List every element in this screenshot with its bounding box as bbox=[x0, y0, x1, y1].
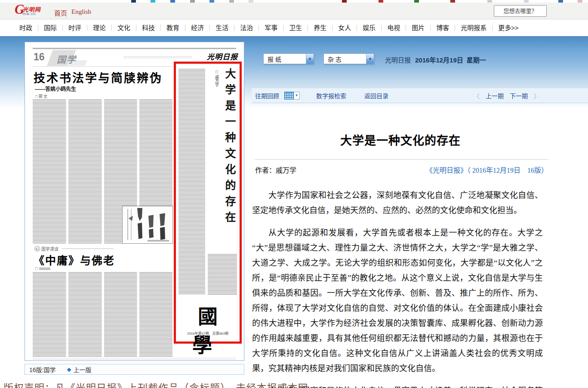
site-header: G 光明网 mw.cn 首页 English 您想去哪里？ bbox=[0, 3, 588, 19]
digital-search-link[interactable]: 数字报检索 bbox=[316, 91, 346, 100]
newspaper-select[interactable]: 报 纸 ▼ bbox=[263, 53, 314, 64]
nav-item-时政[interactable]: 时政 bbox=[14, 25, 38, 31]
diamond-icon: ◆ bbox=[67, 366, 71, 372]
paper-article1-title: 技术书法学与简牍辨伪 bbox=[34, 69, 163, 86]
main-nav: 时政国际时评理论文化科技教育经济生活法治军事卫生养生女人娱乐电视图片博客光明报系… bbox=[0, 19, 588, 36]
paper-top-rule bbox=[33, 48, 236, 49]
nav-item-更多>>[interactable]: 更多>> bbox=[493, 25, 524, 31]
issue-navigation: 〈 上一期 下一期 〉 bbox=[474, 91, 540, 100]
simulated-text-column bbox=[68, 272, 102, 357]
nav-item-经济[interactable]: 经济 bbox=[185, 25, 210, 31]
nav-item-教育[interactable]: 教育 bbox=[161, 25, 185, 31]
nav-item-图片[interactable]: 图片 bbox=[406, 25, 431, 31]
reader-toolbar: 往期回顾 ▼ 数字报检索 返回目录 〈 上一期 下一期 〉 bbox=[252, 88, 588, 103]
nav-item-博客[interactable]: 博客 bbox=[431, 25, 455, 31]
nav-item-法治[interactable]: 法治 bbox=[234, 25, 259, 31]
prev-page-link[interactable]: 上一版 bbox=[73, 365, 91, 374]
newspaper-preview[interactable]: 16 国学 光明日报 技术书法学与简牍辨伪 ——答姚小鸥先生 □ 邢 文 bbox=[25, 42, 244, 361]
site-search-box[interactable]: 您想去哪里？ bbox=[494, 5, 547, 17]
magazine-select-value: 杂 志 bbox=[328, 55, 342, 63]
calendar-picker[interactable]: ▼ bbox=[284, 92, 300, 99]
paper-article1-subtitle: ——答姚小鸥先生 bbox=[35, 85, 76, 92]
article-body: 大学作为国家和社会之公器，深刻地葆有文化自信、广泛地凝聚文化自信、坚定地传承文化… bbox=[252, 188, 543, 388]
pager-label: 16版:国学 bbox=[29, 365, 55, 374]
guoxue-calligraphy: 國學 bbox=[176, 301, 240, 357]
gmw-epaper-page: G 光明网 mw.cn 首页 English 您想去哪里？ 时政国际时评理论文化… bbox=[0, 0, 588, 388]
simulated-text-column bbox=[104, 272, 138, 357]
nav-item-军事[interactable]: 军事 bbox=[259, 25, 283, 31]
next-issue-link[interactable]: 下一期 bbox=[510, 91, 528, 100]
article-source: 《光明日报》（ 2016年12月19日 16版） bbox=[252, 165, 548, 175]
paper-footer-line bbox=[33, 358, 236, 360]
content-area: 16 国学 光明日报 技术书法学与简牍辨伪 ——答姚小鸥先生 □ 邢 文 bbox=[0, 36, 588, 388]
nav-item-理论[interactable]: 理论 bbox=[87, 25, 112, 31]
article-paragraph: 大学将对国家和民族的文化自信，贯穿于人才培养、科学研究、社会服务等职能 bbox=[252, 383, 543, 388]
home-link[interactable]: 首页 bbox=[54, 8, 67, 17]
paper-section-name: 国学 bbox=[57, 53, 77, 65]
simulated-text-column bbox=[208, 254, 237, 295]
chevron-down-icon[interactable]: ▼ bbox=[366, 54, 374, 64]
nav-item-娱乐[interactable]: 娱乐 bbox=[357, 25, 382, 31]
simulated-text-column bbox=[33, 99, 66, 244]
paper-text-columns-b bbox=[33, 272, 172, 357]
article-divider bbox=[255, 159, 548, 160]
simulated-text-column bbox=[139, 272, 172, 357]
paper-page-number: 16 bbox=[34, 51, 45, 63]
byline-name-blur bbox=[39, 267, 50, 270]
highlight-byline: □ 戚万学 bbox=[214, 70, 220, 87]
newspaper-select-value: 报 纸 bbox=[268, 55, 281, 63]
simulated-text-column bbox=[68, 99, 102, 244]
highlighted-article-region[interactable]: □ 戚万学 大学是一种文化的存在 國學 2016年第47期 总第663期 bbox=[174, 62, 242, 344]
paper-article2-title: 《中庸》与佛老 bbox=[34, 252, 115, 267]
back-to-contents-link[interactable]: 返回目录 bbox=[364, 91, 388, 100]
article-paragraph: 从大学的起源和发展看，大学首先或者根本上是一种文化的存在。大学之“大”是思想疆域… bbox=[252, 225, 543, 376]
nav-item-时评[interactable]: 时评 bbox=[63, 25, 87, 31]
column-head-rule bbox=[62, 248, 114, 249]
gmw-logo-sub: mw.cn bbox=[23, 12, 36, 16]
nav-item-生活[interactable]: 生活 bbox=[210, 25, 234, 31]
magazine-select[interactable]: 杂 志 ▼ bbox=[323, 53, 374, 64]
article-title: 大学是一种文化的存在 bbox=[252, 131, 549, 148]
bamboo-slips-drawing bbox=[123, 206, 172, 243]
column-head: G 国学漫谈 bbox=[34, 245, 114, 252]
calendar-icon bbox=[284, 92, 294, 99]
simulated-text-column bbox=[179, 69, 205, 294]
nav-item-国际[interactable]: 国际 bbox=[38, 25, 63, 31]
gmw-logo[interactable]: G 光明网 mw.cn bbox=[15, 5, 53, 18]
simulated-text-column bbox=[33, 272, 66, 357]
calendar-dropdown-icon[interactable]: ▼ bbox=[294, 92, 300, 99]
angle-right-icon: 〉 bbox=[534, 91, 540, 100]
nav-item-电视[interactable]: 电视 bbox=[382, 25, 406, 31]
nav-item-文化[interactable]: 文化 bbox=[112, 25, 136, 31]
paper-article1-byline: □ 邢 文 bbox=[35, 93, 47, 99]
paper-meta-line bbox=[123, 56, 192, 59]
edition-masthead: 光明日报 bbox=[385, 56, 411, 64]
column-head-label: 国学漫谈 bbox=[41, 245, 58, 252]
chevron-down-icon[interactable]: ▼ bbox=[306, 54, 314, 64]
byline-marker: □ bbox=[35, 267, 37, 271]
nav-item-卫生[interactable]: 卫生 bbox=[283, 25, 308, 31]
g-badge-icon: G bbox=[34, 246, 40, 251]
paper-article2-byline: □ bbox=[35, 267, 50, 271]
past-issues-link[interactable]: 往期回顾 bbox=[255, 91, 279, 100]
edition-weekday: 星期一 bbox=[467, 56, 486, 64]
edition-date-line: 光明日报2016年12月19日星期一 bbox=[385, 55, 486, 64]
english-link[interactable]: English bbox=[71, 8, 91, 16]
nav-item-女人[interactable]: 女人 bbox=[332, 25, 357, 31]
prev-issue-link[interactable]: 上一期 bbox=[486, 91, 504, 100]
edition-date: 2016年12月19日 bbox=[415, 56, 463, 64]
article-paragraph: 大学作为国家和社会之公器，深刻地葆有文化自信、广泛地凝聚文化自信、坚定地传承文化… bbox=[252, 188, 543, 218]
paper-masthead: 光明日报 bbox=[207, 51, 238, 62]
nav-item-养生[interactable]: 养生 bbox=[308, 25, 332, 31]
issue-number-line: 2016年第47期 总第663期 bbox=[176, 331, 240, 335]
nav-item-科技[interactable]: 科技 bbox=[136, 25, 161, 31]
bamboo-slips-figure bbox=[122, 206, 173, 244]
highlight-vertical-title: 大学是一种文化的存在 bbox=[222, 68, 237, 253]
nav-item-光明报系[interactable]: 光明报系 bbox=[455, 25, 493, 31]
angle-left-icon: 〈 bbox=[474, 91, 480, 100]
page-pager-bar: 16版:国学 ◆ 上一版 bbox=[25, 364, 244, 375]
